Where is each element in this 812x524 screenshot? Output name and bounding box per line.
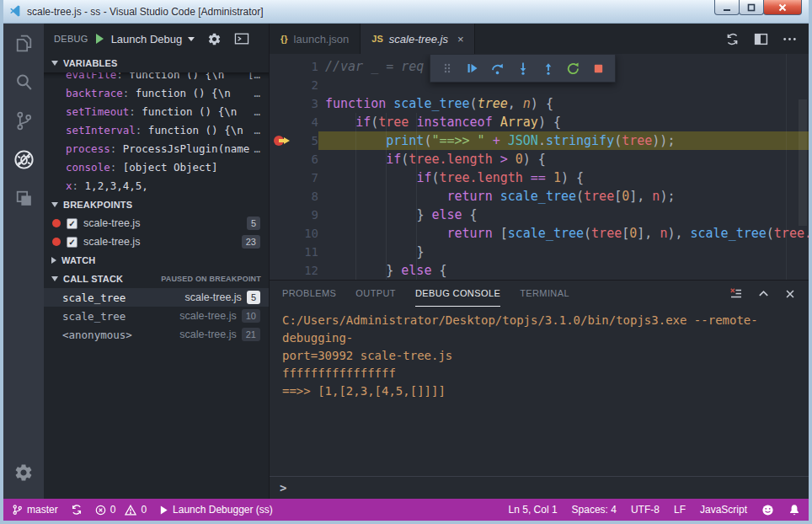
eol-sequence[interactable]: LF: [674, 504, 686, 516]
stop-icon[interactable]: [587, 56, 610, 80]
explorer-icon[interactable]: [3, 24, 44, 62]
cursor-position[interactable]: Ln 5, Col 1: [509, 504, 558, 516]
debug-sidebar: DEBUG Launch Debug VARIABLES evalFile: f…: [44, 24, 270, 499]
activity-bar: [3, 24, 44, 499]
notifications-bell-icon[interactable]: [788, 504, 800, 516]
encoding[interactable]: UTF-8: [631, 504, 660, 516]
breakpoint-row[interactable]: ✓scale-tree.js5: [44, 214, 269, 233]
code-line[interactable]: 11 }: [270, 243, 809, 261]
restart-icon[interactable]: [562, 56, 585, 80]
code-line[interactable]: 10 return [scale_tree(tree[0], n), scale…: [270, 224, 809, 243]
code-line[interactable]: 8 return scale_tree(tree[0], n);: [270, 187, 809, 206]
configure-gear-icon[interactable]: [207, 32, 222, 46]
maximize-button[interactable]: [739, 0, 764, 15]
start-debug-icon[interactable]: [96, 34, 104, 44]
twisty-open-icon: [51, 61, 58, 66]
breakpoint-margin[interactable]: [270, 94, 293, 113]
problems-item[interactable]: 0 0: [95, 504, 147, 516]
code-line[interactable]: 7 if(tree.length == 1) {: [270, 168, 809, 187]
status-bar: master 0 0 Launch Debugger (ss) Ln 5, Co…: [3, 499, 809, 521]
variable-row[interactable]: backtrace: function () {\n…: [44, 83, 269, 102]
step-out-icon[interactable]: [537, 56, 559, 80]
sync-item[interactable]: [71, 504, 83, 516]
console-line: port=30992 scale-tree.js: [282, 347, 802, 365]
breakpoint-checkbox[interactable]: ✓: [67, 237, 77, 248]
breakpoint-margin[interactable]: [270, 224, 293, 243]
breakpoint-margin[interactable]: [270, 131, 293, 150]
breakpoint-checkbox[interactable]: ✓: [67, 218, 77, 229]
console-line: ffffffffffffffff: [282, 365, 802, 382]
maximize-panel-icon[interactable]: [757, 287, 770, 300]
step-into-icon[interactable]: [511, 56, 534, 80]
watch-section-header[interactable]: WATCH: [44, 251, 269, 270]
panel-tab-debug-console[interactable]: DEBUG CONSOLE: [415, 281, 500, 307]
git-branch-item[interactable]: master: [12, 504, 58, 516]
breakpoints-section-header[interactable]: BREAKPOINTS: [44, 195, 269, 214]
variables-title: VARIABLES: [63, 58, 118, 68]
clear-console-icon[interactable]: [729, 287, 743, 301]
stack-frame-row[interactable]: <anonymous>scale-tree.js21: [44, 325, 269, 344]
code-line[interactable]: 9 } else {: [270, 206, 809, 224]
breakpoint-row[interactable]: ✓scale-tree.js23: [44, 233, 269, 251]
breakpoint-margin[interactable]: [270, 76, 293, 94]
window-controls: [715, 0, 802, 15]
breakpoint-margin[interactable]: [270, 57, 293, 76]
extensions-icon[interactable]: [3, 179, 44, 217]
breakpoint-margin[interactable]: [270, 168, 293, 187]
panel-tab-problems[interactable]: PROBLEMS: [282, 281, 336, 307]
breakpoint-margin[interactable]: [270, 150, 293, 168]
debug-icon[interactable]: [3, 140, 44, 179]
settings-gear-icon[interactable]: [3, 453, 44, 492]
code-line[interactable]: 3function scale_tree(tree, n) {: [270, 94, 809, 113]
stack-frame-row[interactable]: scale_treescale-tree.js10: [44, 307, 269, 325]
variable-row[interactable]: setInterval: function () {\n…: [44, 120, 269, 139]
toolbar-drag-handle[interactable]: [435, 56, 458, 80]
indentation[interactable]: Spaces: 4: [572, 504, 617, 516]
code-line[interactable]: 6 if(tree.length > 0) {: [270, 150, 809, 168]
more-actions-icon[interactable]: [783, 32, 797, 46]
language-mode[interactable]: JavaScript: [700, 504, 747, 516]
debug-config-dropdown[interactable]: Launch Debug: [111, 33, 183, 45]
breakpoint-margin[interactable]: [270, 187, 293, 206]
breakpoint-margin[interactable]: [270, 113, 293, 131]
close-button[interactable]: [763, 0, 802, 15]
variable-row[interactable]: process: ProcessJsPlugin(name…: [44, 139, 269, 158]
callstack-section-header[interactable]: CALL STACK PAUSED ON BREAKPOINT: [44, 270, 269, 288]
panel-tab-output[interactable]: OUTPUT: [355, 281, 396, 307]
editor-scrollbar[interactable]: [799, 99, 807, 226]
breakpoint-margin[interactable]: [270, 261, 293, 280]
line-number: 1: [293, 57, 318, 76]
tab-scale-tree.js[interactable]: JSscale-tree.js×: [361, 24, 475, 54]
debug-console-input[interactable]: >: [270, 476, 809, 499]
code-line[interactable]: 5 print("==>> " + JSON.stringify(tree));: [270, 131, 809, 150]
breakpoint-margin[interactable]: [270, 243, 293, 261]
variables-section-header[interactable]: VARIABLES: [44, 54, 269, 72]
variable-row[interactable]: x: 1,2,3,4,5,: [44, 176, 269, 195]
variable-row[interactable]: console: [object Object]: [44, 158, 269, 176]
debug-console-icon[interactable]: [234, 32, 249, 45]
variable-row[interactable]: setTimeout: function () {\n…: [44, 102, 269, 120]
close-panel-icon[interactable]: [784, 288, 796, 300]
step-over-icon[interactable]: [486, 56, 509, 80]
file-type-icon: {}: [280, 34, 288, 44]
continue-icon[interactable]: [461, 56, 483, 80]
tab-launch.json[interactable]: {}launch.json: [270, 24, 361, 54]
code-editor[interactable]: 1//var _ = req23function scale_tree(tree…: [270, 54, 809, 280]
code-line[interactable]: 12 } else {: [270, 261, 809, 280]
debug-console-output[interactable]: C:/Users/Administrator/Desktop/topjs/3.1…: [270, 307, 809, 476]
minimize-button[interactable]: [714, 0, 740, 15]
launch-debugger-item[interactable]: Launch Debugger (ss): [159, 504, 273, 516]
code-line[interactable]: 4 if(tree instanceof Array) {: [270, 113, 809, 131]
panel-tab-terminal[interactable]: TERMINAL: [520, 281, 569, 307]
variable-row[interactable]: evalFile: function () {\n[…: [44, 72, 269, 83]
search-icon[interactable]: [3, 62, 44, 101]
console-line: C:/Users/Administrator/Desktop/topjs/3.1…: [282, 312, 802, 347]
feedback-smiley-icon[interactable]: [761, 504, 774, 516]
stack-frame-row[interactable]: scale_treescale-tree.js5: [44, 288, 269, 307]
close-tab-icon[interactable]: ×: [457, 33, 464, 45]
chevron-down-icon[interactable]: [188, 37, 195, 41]
sync-views-icon[interactable]: [725, 32, 740, 46]
split-editor-icon[interactable]: [754, 32, 768, 46]
source-control-icon[interactable]: [3, 101, 44, 140]
breakpoint-margin[interactable]: [270, 206, 293, 224]
